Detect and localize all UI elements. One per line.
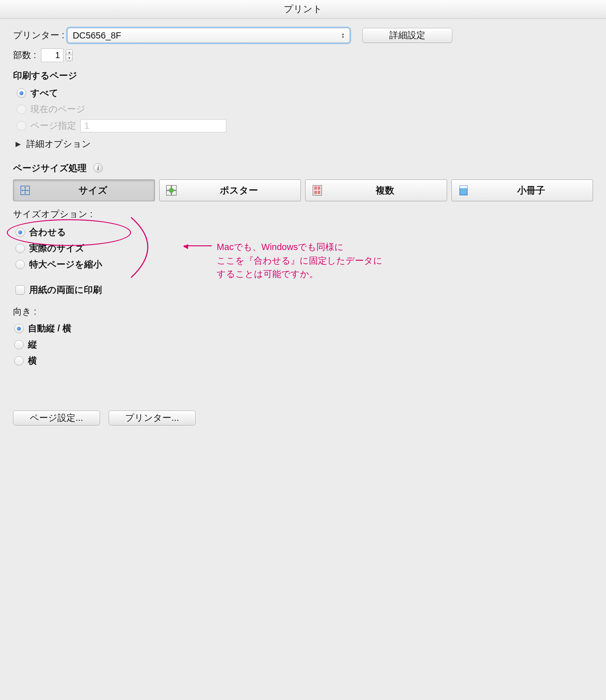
pages-heading: 印刷するページ	[13, 70, 593, 82]
svg-point-5	[169, 188, 174, 193]
radio-orientation-auto[interactable]	[14, 324, 24, 333]
printer-label: プリンター :	[13, 29, 64, 42]
checkbox-duplex-label: 用紙の両面に印刷	[29, 284, 102, 296]
copies-input[interactable]	[41, 48, 63, 62]
copies-label: 部数 :	[13, 49, 36, 62]
radio-orientation-portrait-label: 縦	[28, 339, 37, 351]
copies-stepper[interactable]: ▲ ▼	[66, 49, 73, 61]
stepper-up-icon[interactable]: ▲	[66, 50, 72, 55]
size-options-heading: サイズオプション :	[13, 208, 593, 221]
triangle-right-icon: ▶	[16, 140, 21, 148]
svg-rect-9	[314, 191, 317, 194]
printer-dropdown[interactable]: DC5656_8F ▲▼	[67, 28, 350, 43]
page-setup-button[interactable]: ページ設定...	[13, 410, 100, 426]
window-title: プリント	[0, 0, 606, 19]
annotation-text: Macでも、Windowsでも同様に ここを『合わせる』に固定したデータに する…	[217, 240, 382, 281]
radio-orientation-landscape[interactable]	[14, 356, 24, 365]
radio-fit[interactable]	[16, 228, 25, 237]
tab-size[interactable]: サイズ	[13, 180, 155, 201]
radio-orientation-landscape-label: 横	[28, 355, 37, 367]
page-range-input[interactable]	[80, 119, 226, 132]
radio-orientation-auto-label: 自動縦 / 横	[28, 322, 71, 335]
printer-button[interactable]: プリンター...	[109, 410, 195, 426]
radio-orientation-portrait[interactable]	[14, 340, 24, 349]
radio-fit-label: 合わせる	[29, 226, 66, 239]
svg-rect-8	[318, 186, 320, 190]
radio-current-page[interactable]	[17, 105, 26, 114]
size-icon	[19, 184, 31, 197]
dropdown-arrows-icon: ▲▼	[341, 32, 345, 39]
info-icon[interactable]: i	[93, 163, 103, 173]
svg-rect-12	[460, 186, 467, 188]
annotation-arrow: Macでも、Windowsでも同様に ここを『合わせる』に固定したデータに する…	[184, 240, 382, 281]
booklet-icon	[457, 184, 470, 197]
checkbox-duplex[interactable]	[16, 286, 25, 295]
stepper-down-icon[interactable]: ▼	[66, 55, 72, 61]
radio-current-page-label: 現在のページ	[30, 103, 85, 115]
radio-actual-size-label: 実際のサイズ	[29, 242, 85, 255]
tab-booklet[interactable]: 小冊子	[451, 180, 593, 201]
tab-poster[interactable]: ポスター	[159, 180, 301, 201]
detail-settings-button[interactable]: 詳細設定	[362, 28, 452, 43]
page-size-heading: ページサイズ処理 i	[13, 162, 593, 175]
radio-all-pages-label: すべて	[30, 87, 59, 99]
svg-rect-7	[314, 186, 317, 190]
radio-all-pages[interactable]	[17, 89, 26, 98]
orientation-heading: 向き :	[13, 306, 593, 318]
radio-shrink-oversized-label: 特大ページを縮小	[29, 258, 102, 271]
radio-shrink-oversized[interactable]	[16, 260, 25, 269]
multiple-icon	[311, 184, 324, 197]
advanced-options-disclosure[interactable]: ▶ 詳細オプション	[16, 138, 91, 150]
tab-multiple[interactable]: 複数	[305, 180, 447, 201]
svg-rect-10	[318, 191, 320, 194]
poster-icon	[165, 184, 178, 197]
radio-actual-size[interactable]	[16, 244, 25, 253]
radio-page-range[interactable]	[17, 121, 26, 131]
radio-page-range-label: ページ指定	[30, 119, 76, 132]
